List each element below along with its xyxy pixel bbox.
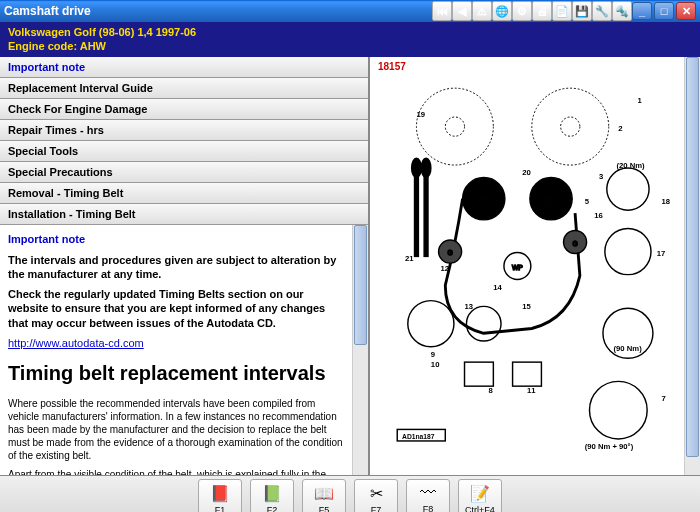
timing-belt-diagram: CA CA G G WP <box>378 65 676 467</box>
content-p1: The intervals and procedures given are s… <box>8 253 344 282</box>
svg-text:AD1na187: AD1na187 <box>402 433 435 440</box>
svg-point-3 <box>561 117 580 136</box>
open-book-icon: 📖 <box>314 484 334 503</box>
diagram-number: 18157 <box>378 61 406 72</box>
svg-text:G: G <box>572 239 577 246</box>
content-heading: Important note <box>8 233 344 245</box>
window-title: Camshaft drive <box>4 4 432 18</box>
svg-text:(90 Nm + 90°): (90 Nm + 90°) <box>585 441 634 450</box>
svg-text:CA: CA <box>478 195 490 204</box>
svg-text:G: G <box>447 249 452 256</box>
belt-icon: 〰 <box>420 484 436 502</box>
content-p3: Where possible the recommended intervals… <box>8 397 344 462</box>
f1-button[interactable]: 📕F1 <box>198 479 242 512</box>
nav-list: Important note Replacement Interval Guid… <box>0 57 368 225</box>
diagram-area: 18157 CA CA G G WP <box>370 57 684 475</box>
left-panel: Important note Replacement Interval Guid… <box>0 57 370 475</box>
content-pane: Important note The intervals and procedu… <box>0 225 352 475</box>
svg-text:10: 10 <box>431 360 440 369</box>
svg-text:12: 12 <box>440 263 449 272</box>
svg-point-0 <box>416 88 493 165</box>
doc-icon[interactable]: 📄 <box>552 1 572 21</box>
svg-point-14 <box>466 306 501 341</box>
vehicle-line2: Engine code: AHW <box>8 39 692 53</box>
svg-text:20: 20 <box>522 167 531 176</box>
crossed-tools-icon: ✂ <box>370 484 383 503</box>
svg-text:(20 Nm): (20 Nm) <box>616 161 645 170</box>
svg-point-2 <box>532 88 609 165</box>
diagram-scrollbar-thumb[interactable] <box>686 57 699 457</box>
f5-button[interactable]: 📖F5 <box>302 479 346 512</box>
svg-point-22 <box>408 300 454 346</box>
svg-text:18: 18 <box>662 196 671 205</box>
svg-point-19 <box>607 168 649 210</box>
svg-text:14: 14 <box>493 283 502 292</box>
vehicle-line1: Volkswagen Golf (98-06) 1,4 1997-06 <box>8 25 692 39</box>
nav-item-special-tools[interactable]: Special Tools <box>0 141 368 162</box>
scrollbar[interactable] <box>352 225 368 475</box>
content-p4: Apart from the visible condition of the … <box>8 468 344 474</box>
nav-prev-icon[interactable]: ◀ <box>452 1 472 21</box>
part-icon[interactable]: 🔩 <box>612 1 632 21</box>
f7-button[interactable]: ✂F7 <box>354 479 398 512</box>
maximize-button[interactable]: □ <box>654 2 674 20</box>
nav-item-removal[interactable]: Removal - Timing Belt <box>0 183 368 204</box>
nav-item-check-engine-damage[interactable]: Check For Engine Damage <box>0 99 368 120</box>
svg-point-18 <box>421 158 431 177</box>
svg-text:7: 7 <box>662 393 666 402</box>
titlebar: Camshaft drive ⏮ ◀ ⚠ 🌐 ⚙ 🖨 📄 💾 🔧 🔩 _ □ ✕ <box>0 0 700 22</box>
nav-item-important-note[interactable]: Important note <box>0 57 368 78</box>
svg-text:1: 1 <box>638 95 643 104</box>
svg-text:2: 2 <box>618 124 622 133</box>
warning-icon[interactable]: ⚠ <box>472 1 492 21</box>
minimize-button[interactable]: _ <box>632 2 652 20</box>
nav-first-icon[interactable]: ⏮ <box>432 1 452 21</box>
disk-icon[interactable]: 💾 <box>572 1 592 21</box>
svg-text:17: 17 <box>657 249 666 258</box>
svg-text:CA: CA <box>546 195 558 204</box>
svg-text:13: 13 <box>465 302 474 311</box>
content-h1: Timing belt replacement intervals <box>8 362 344 385</box>
vehicle-header: Volkswagen Golf (98-06) 1,4 1997-06 Engi… <box>0 22 700 57</box>
f2-button[interactable]: 📗F2 <box>250 479 294 512</box>
content-p2: Check the regularly updated Timing Belts… <box>8 287 344 330</box>
svg-text:11: 11 <box>527 385 536 394</box>
svg-text:15: 15 <box>522 302 531 311</box>
svg-rect-23 <box>465 362 494 386</box>
svg-point-17 <box>412 158 422 177</box>
diagram-scrollbar[interactable] <box>684 57 700 475</box>
book-icon: 📕 <box>210 484 230 503</box>
ctrl-f4-button[interactable]: 📝Ctrl+F4 <box>458 479 502 512</box>
scrollbar-thumb[interactable] <box>354 225 367 345</box>
book-icon: 📗 <box>262 484 282 503</box>
svg-text:19: 19 <box>416 110 425 119</box>
svg-text:8: 8 <box>489 385 494 394</box>
nav-item-installation[interactable]: Installation - Timing Belt <box>0 204 368 225</box>
svg-text:21: 21 <box>405 254 414 263</box>
svg-rect-16 <box>424 169 428 256</box>
gear-icon[interactable]: ⚙ <box>512 1 532 21</box>
svg-text:9: 9 <box>431 350 435 359</box>
tool-icon[interactable]: 🔧 <box>592 1 612 21</box>
svg-rect-24 <box>513 362 542 386</box>
note-icon: 📝 <box>470 484 490 503</box>
content-link[interactable]: http://www.autodata-cd.com <box>8 337 144 349</box>
svg-point-25 <box>589 381 647 439</box>
svg-text:(90 Nm): (90 Nm) <box>614 343 643 352</box>
svg-rect-15 <box>415 169 419 256</box>
svg-point-1 <box>445 117 464 136</box>
close-button[interactable]: ✕ <box>676 2 696 20</box>
nav-item-replacement-interval[interactable]: Replacement Interval Guide <box>0 78 368 99</box>
right-panel: 18157 CA CA G G WP <box>370 57 700 475</box>
print-icon[interactable]: 🖨 <box>532 1 552 21</box>
globe-icon[interactable]: 🌐 <box>492 1 512 21</box>
svg-text:5: 5 <box>585 196 590 205</box>
f8-button[interactable]: 〰F8 <box>406 479 450 512</box>
svg-text:16: 16 <box>594 211 603 220</box>
svg-text:WP: WP <box>512 263 523 270</box>
nav-item-special-precautions[interactable]: Special Precautions <box>0 162 368 183</box>
function-key-bar: 📕F1 📗F2 📖F5 ✂F7 〰F8 📝Ctrl+F4 <box>0 475 700 512</box>
svg-text:3: 3 <box>599 172 603 181</box>
svg-point-20 <box>605 228 651 274</box>
nav-item-repair-times[interactable]: Repair Times - hrs <box>0 120 368 141</box>
